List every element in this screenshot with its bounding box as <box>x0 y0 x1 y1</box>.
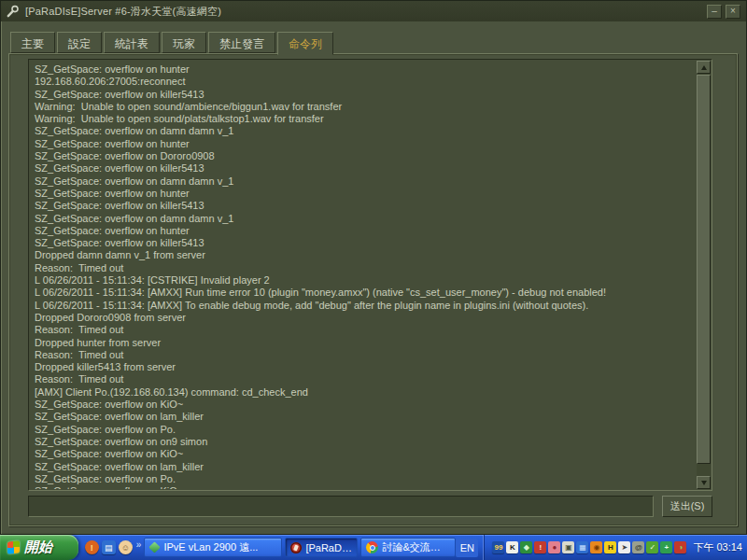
console-scrollbar[interactable] <box>697 61 711 489</box>
console-line: L 06/26/2011 - 15:11:34: [AMXX] Run time… <box>35 287 696 299</box>
console-line: SZ_GetSpace: overflow on killer5413 <box>35 162 696 175</box>
pointer-tray-icon[interactable]: ➤ <box>618 541 630 553</box>
titlebar: [PaRaDIsE]Server #6-滑水天堂(高速網空) – × <box>1 1 746 21</box>
security-shield-tray-icon[interactable]: ! <box>534 541 546 553</box>
console-line: SZ_GetSpace: overflow on killer5413 <box>35 237 696 249</box>
media-swirl-tray-icon[interactable]: ◑ <box>674 541 686 553</box>
minimize-button[interactable]: – <box>707 5 722 19</box>
up-arrow-icon <box>701 65 707 70</box>
start-label: 開始 <box>24 539 52 556</box>
console-line: Dropped damn damn v_1 from server <box>35 249 696 261</box>
close-button[interactable]: × <box>726 5 740 19</box>
task-buttons: IPvE vLan 2900 遠... [PaRaDIsE]Server #6.… <box>144 538 456 557</box>
utility-swirl-tray-icon[interactable]: @ <box>632 541 644 553</box>
vpn-shield-tray-icon[interactable]: ◆ <box>520 541 532 553</box>
audio-swirl-tray-icon[interactable]: ◉ <box>590 541 602 553</box>
app-window-tray-icon[interactable]: ▣ <box>562 541 574 553</box>
quicklaunch-alarm-icon[interactable]: ! <box>85 540 99 554</box>
console-log: SZ_GetSpace: overflow on hunter 192.168.… <box>30 61 696 489</box>
tray-icons: 99 K ◆ ! ● ▣ ▦ ◉ H ➤ @ ✓ <box>492 541 686 553</box>
taskbar-button-chrome[interactable]: 討論&交流區 - 絕... <box>360 538 456 557</box>
console-line: Reason: Timed out <box>35 373 696 385</box>
taskbar: 開始 ! ▤ ☺ » IPvE vLan 2900 遠... [PaRaDIsE… <box>0 535 747 560</box>
start-button[interactable]: 開始 <box>0 535 78 560</box>
tab-ban-chat[interactable]: 禁止發言 <box>208 32 275 53</box>
console-line: Warning: Unable to open sound/plats/talk… <box>35 113 696 125</box>
console-line: Reason: Timed out <box>35 349 696 361</box>
console-line: L 06/26/2011 - 15:11:34: [CSTRIKE] Inval… <box>35 274 696 287</box>
tab-main[interactable]: 主要 <box>10 32 55 53</box>
console-line: SZ_GetSpace: overflow on lam_killer <box>35 461 696 473</box>
console-line: SZ_GetSpace: overflow on damn damn v_1 <box>35 125 696 137</box>
console-line: SZ_GetSpace: overflow on Dororo0908 <box>35 150 696 162</box>
taskbar-clock[interactable]: 下午 03:14 <box>693 540 742 554</box>
chrome-task-icon <box>366 541 378 553</box>
console-line: Reason: Timed out <box>35 262 696 274</box>
antivirus-runner-tray-icon[interactable]: K <box>506 541 518 553</box>
console-line: SZ_GetSpace: overflow on KiO~ <box>35 399 696 411</box>
tab-stats[interactable]: 統計表 <box>104 32 160 53</box>
server-console-window: [PaRaDIsE]Server #6-滑水天堂(高速網空) – × 主要 設定… <box>0 0 747 535</box>
hlds-task-icon <box>290 542 302 553</box>
quicklaunch-messenger-icon[interactable]: ▤ <box>102 540 116 554</box>
updater-plus-tray-icon[interactable]: + <box>660 541 672 553</box>
network-connection-tray-icon[interactable]: ▦ <box>576 541 588 553</box>
console-line: SZ_GetSpace: overflow on killer5413 <box>35 89 696 101</box>
contact-tray-icon[interactable]: ● <box>548 541 560 553</box>
tab-bar: 主要 設定 統計表 玩家 禁止發言 命令列 <box>10 32 333 54</box>
tab-players[interactable]: 玩家 <box>162 32 206 53</box>
antivirus-check-tray-icon[interactable]: ✓ <box>646 541 658 553</box>
im-status-tray-icon[interactable]: 99 <box>492 541 504 553</box>
console-line: SZ_GetSpace: overflow on damn damn v_1 <box>35 213 696 225</box>
console-line: Dropped killer5413 from server <box>35 361 696 373</box>
console-line: SZ_GetSpace: overflow on KiO~ <box>35 485 696 489</box>
quicklaunch-avatar-icon[interactable]: ☺ <box>119 540 133 554</box>
console-line: Reason: Timed out <box>35 324 696 336</box>
command-input[interactable] <box>28 496 654 517</box>
steam-icon <box>7 5 20 18</box>
console-line: SZ_GetSpace: overflow on lam_killer <box>35 411 696 423</box>
hfs-server-tray-icon[interactable]: H <box>604 541 616 553</box>
command-row: 送出(S) <box>28 496 712 517</box>
console-line: SZ_GetSpace: overflow on hunter <box>35 138 696 150</box>
scroll-down-button[interactable] <box>697 476 711 489</box>
taskbar-button-vpn[interactable]: IPvE vLan 2900 遠... <box>144 538 282 557</box>
console-line: Dropped Dororo0908 from server <box>35 312 696 324</box>
console-line: Warning: Unable to open sound/ambience/b… <box>35 101 696 113</box>
chevron-expand-icon[interactable]: » <box>136 539 145 555</box>
tab-console[interactable]: 命令列 <box>277 32 333 55</box>
scroll-up-button[interactable] <box>697 61 711 74</box>
language-indicator[interactable]: EN <box>456 539 478 557</box>
console-line: SZ_GetSpace: overflow on hunter <box>35 63 696 76</box>
console-line: Dropped hunter from server <box>35 337 696 349</box>
console-line: 192.168.60.206:27005:reconnect <box>35 76 696 88</box>
console-line: SZ_GetSpace: overflow on hunter <box>35 188 696 200</box>
console-line: SZ_GetSpace: overflow on KiO~ <box>35 448 696 460</box>
quick-launch-bar: ! ▤ ☺ <box>78 540 136 554</box>
console-line: SZ_GetSpace: overflow on damn damn v_1 <box>35 175 696 188</box>
console-line: SZ_GetSpace: overflow on Po. <box>35 473 696 485</box>
console-tab-panel: SZ_GetSpace: overflow on hunter 192.168.… <box>8 53 738 526</box>
vpn-task-icon <box>149 541 161 553</box>
down-arrow-icon <box>701 481 707 485</box>
console-output: SZ_GetSpace: overflow on hunter 192.168.… <box>28 59 712 491</box>
taskbar-button-server[interactable]: [PaRaDIsE]Server #6... <box>285 538 358 557</box>
console-line: SZ_GetSpace: overflow on Po. <box>35 424 696 436</box>
system-tray: 99 K ◆ ! ● ▣ ▦ ◉ H ➤ @ ✓ <box>484 535 747 560</box>
console-line: SZ_GetSpace: overflow on on9 simon <box>35 436 696 448</box>
console-line: [AMX] Client Po.(192.168.60.134) command… <box>35 386 696 399</box>
window-title: [PaRaDIsE]Server #6-滑水天堂(高速網空) <box>25 5 221 19</box>
windows-flag-icon <box>7 540 20 553</box>
scrollbar-thumb[interactable] <box>697 75 711 464</box>
console-line: SZ_GetSpace: overflow on killer5413 <box>35 200 696 212</box>
console-line: L 06/26/2011 - 15:11:34: [AMXX] To enabl… <box>35 300 696 312</box>
console-line: SZ_GetSpace: overflow on hunter <box>35 225 696 237</box>
send-button[interactable]: 送出(S) <box>662 496 712 517</box>
tab-settings[interactable]: 設定 <box>57 32 102 53</box>
